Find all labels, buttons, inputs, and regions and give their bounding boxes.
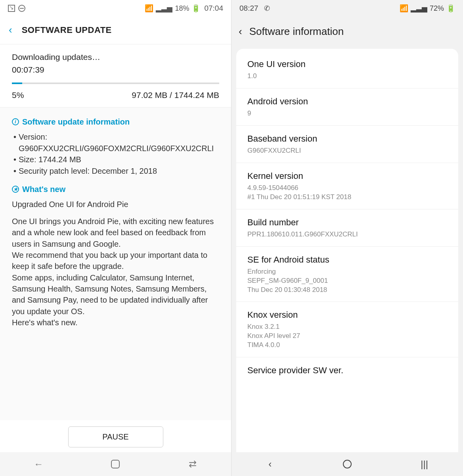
build-value: PPR1.180610.011.G960FXXU2CRLI [247, 230, 447, 239]
baseband-value: G960FXXU2CRLI [247, 146, 447, 155]
row-knox[interactable]: Knox version Knox 3.2.1 Knox API level 2… [236, 302, 458, 357]
battery-pct: 18% [175, 4, 189, 13]
android-label: Android version [247, 96, 447, 107]
wn-p4: Here's what's new. [12, 317, 219, 328]
pause-button[interactable]: PAUSE [68, 426, 163, 447]
download-label: Downloading updates… [12, 52, 219, 62]
download-notif-icon [8, 5, 15, 12]
version-row: Version: G960FXXU2CRLI/G960FOXM2CRLI/G96… [19, 131, 219, 154]
download-progress-section: Downloading updates… 00:07:39 5% 97.02 M… [0, 44, 231, 107]
wn-p1: One UI brings you Android Pie, with exci… [12, 216, 219, 250]
version-value: G960FXXU2CRLI/G960FOXM2CRLI/G960FXXU2CRL… [19, 144, 214, 153]
baseband-label: Baseband version [247, 134, 447, 144]
row-android[interactable]: Android version 9 [236, 88, 458, 126]
info-card: One UI version 1.0 Android version 9 Bas… [236, 49, 458, 452]
row-baseband[interactable]: Baseband version G960FXXU2CRLI [236, 126, 458, 163]
row-one-ui[interactable]: One UI version 1.0 [236, 51, 458, 88]
signal-icon: ▂▃▅ [156, 4, 172, 13]
whats-new-title: ★ What's new [12, 184, 219, 195]
status-bar: 08:27 ✆ 📶 ▂▃▅ 72% 🔋 [232, 0, 463, 17]
android-value: 9 [247, 109, 447, 118]
wn-p3: Some apps, including Calculator, Samsung… [12, 272, 219, 317]
page-title: Software information [249, 25, 344, 38]
knox-label: Knox version [247, 310, 447, 320]
patch-row: Security patch level: December 1, 2018 [19, 165, 157, 177]
row-provider[interactable]: Service provider SW ver. [236, 357, 458, 385]
wn-p2: We recommend that you back up your impor… [12, 250, 219, 272]
size-label: Size: [19, 155, 36, 164]
patch-label: Security patch level: [19, 167, 90, 175]
version-label: Version: [19, 132, 47, 141]
knox-value2: Knox API level 27 [247, 332, 447, 341]
kernel-value2: #1 Thu Dec 20 01:51:19 KST 2018 [247, 193, 447, 202]
size-value: 1744.24 MB [38, 155, 81, 164]
status-time: 08:27 [239, 4, 258, 13]
row-build[interactable]: Build number PPR1.180610.011.G960FXXU2CR… [236, 209, 458, 247]
call-icon: ✆ [264, 4, 270, 13]
nav-back[interactable]: ‹ [264, 459, 276, 470]
update-info-title-text: Software update information [22, 116, 130, 127]
download-percent: 5% [12, 90, 24, 100]
info-icon: i [12, 118, 19, 125]
row-se[interactable]: SE for Android status Enforcing SEPF_SM-… [236, 247, 458, 302]
nav-recent[interactable]: ⇄ [187, 459, 198, 470]
one-ui-value: 1.0 [247, 72, 447, 81]
size-row: Size: 1744.24 MB [19, 154, 81, 165]
se-value2: SEPF_SM-G960F_9_0001 [247, 276, 447, 286]
header: ‹ SOFTWARE UPDATE [0, 17, 231, 44]
wn-headline: Upgraded One UI for Android Pie [12, 199, 219, 210]
se-label: SE for Android status [247, 255, 447, 265]
back-button[interactable]: ‹ [239, 25, 242, 38]
pause-area: PAUSE [0, 420, 231, 452]
page-title: SOFTWARE UPDATE [22, 25, 112, 35]
star-icon: ★ [12, 186, 19, 193]
download-elapsed: 00:07:39 [12, 65, 219, 75]
one-ui-label: One UI version [247, 59, 447, 69]
nav-home[interactable] [342, 459, 353, 470]
progress-fill [12, 83, 22, 84]
back-button[interactable]: ‹ [9, 24, 12, 36]
download-bytes: 97.02 MB / 1744.24 MB [132, 90, 219, 100]
wifi-icon: 📶 [145, 4, 153, 13]
provider-label: Service provider SW ver. [247, 365, 447, 376]
wifi-icon: 📶 [400, 4, 408, 13]
update-info-section: i Software update information •Version: … [0, 107, 231, 420]
nav-recent[interactable]: ||| [419, 459, 430, 470]
status-bar: 📶 ▂▃▅ 18% 🔋 07:04 [0, 0, 231, 17]
battery-icon: 🔋 [191, 4, 200, 13]
battery-pct: 72% [430, 4, 444, 13]
nav-bar: ‹ ||| [232, 452, 463, 476]
status-time: 07:04 [204, 4, 223, 13]
knox-value1: Knox 3.2.1 [247, 322, 447, 332]
phone-left: 📶 ▂▃▅ 18% 🔋 07:04 ‹ SOFTWARE UPDATE Down… [0, 0, 232, 476]
content: Downloading updates… 00:07:39 5% 97.02 M… [0, 44, 231, 452]
signal-icon: ▂▃▅ [411, 4, 427, 13]
battery-icon: 🔋 [446, 4, 455, 13]
update-info-title: i Software update information [12, 116, 219, 127]
dnd-icon [18, 5, 25, 12]
se-value3: Thu Dec 20 01:30:48 2018 [247, 286, 447, 295]
whats-new-title-text: What's new [22, 184, 65, 195]
build-label: Build number [247, 217, 447, 228]
progress-bar [12, 83, 219, 84]
se-value1: Enforcing [247, 267, 447, 276]
phone-right: 08:27 ✆ 📶 ▂▃▅ 72% 🔋 ‹ Software informati… [232, 0, 463, 476]
nav-back[interactable]: ← [33, 459, 44, 470]
header: ‹ Software information [232, 17, 463, 49]
patch-value: December 1, 2018 [92, 167, 157, 175]
row-kernel[interactable]: Kernel version 4.9.59-15044066 #1 Thu De… [236, 163, 458, 209]
nav-bar: ← ⇄ [0, 452, 231, 476]
knox-value3: TIMA 4.0.0 [247, 341, 447, 350]
kernel-value1: 4.9.59-15044066 [247, 184, 447, 193]
kernel-label: Kernel version [247, 171, 447, 181]
nav-home[interactable] [110, 459, 121, 470]
